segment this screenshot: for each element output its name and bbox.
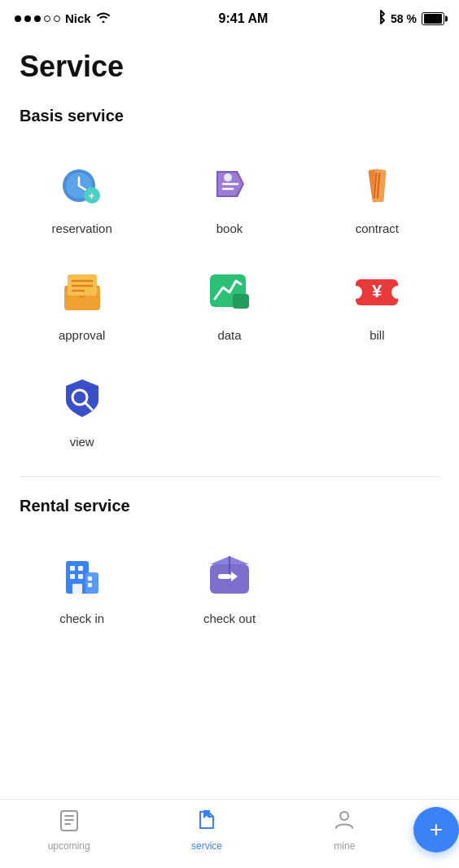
- signal-dots: [15, 15, 60, 22]
- checkin-label: check in: [59, 612, 104, 625]
- rental-service-header: Rental service: [0, 484, 459, 524]
- grid-item-approval[interactable]: approval: [8, 248, 155, 355]
- status-right: 58 %: [376, 10, 444, 27]
- approval-label: approval: [59, 328, 106, 342]
- svg-point-8: [224, 173, 232, 182]
- dot2: [24, 15, 31, 22]
- view-icon-wrap: [53, 368, 111, 427]
- svg-text:+: +: [89, 191, 94, 202]
- reservation-icon: +: [53, 155, 111, 213]
- basis-service-header: Basis service: [0, 94, 459, 134]
- grid-item-checkout[interactable]: check out: [155, 532, 303, 638]
- reservation-icon-wrap: +: [53, 155, 111, 213]
- checkin-icon: [53, 545, 111, 603]
- status-bar: Nick 9:41 AM 58 %: [0, 0, 459, 33]
- data-label: data: [217, 328, 241, 342]
- svg-rect-40: [85, 572, 98, 594]
- rental-service-section: Rental service: [0, 484, 459, 647]
- basis-service-grid: + reservation book: [0, 134, 459, 470]
- basis-service-section: Basis service + reservation: [0, 94, 459, 470]
- svg-text:¥: ¥: [372, 281, 382, 301]
- svg-rect-46: [218, 574, 231, 579]
- nav-label-upcoming: upcoming: [48, 840, 90, 852]
- wifi-icon: [96, 11, 111, 25]
- book-label: book: [216, 221, 243, 235]
- contract-icon: [348, 155, 406, 213]
- contract-icon-wrap: [348, 155, 406, 213]
- svg-rect-24: [233, 294, 249, 309]
- svg-point-52: [340, 812, 348, 820]
- grid-item-contract[interactable]: contract: [304, 142, 451, 248]
- grid-item-data[interactable]: data: [155, 248, 303, 355]
- nav-item-mine[interactable]: mine: [276, 809, 413, 852]
- data-icon: [200, 261, 259, 320]
- dot3: [34, 15, 41, 22]
- checkin-icon-wrap: [53, 545, 111, 603]
- view-icon: [53, 368, 111, 427]
- book-icon: [200, 155, 259, 213]
- dot1: [15, 15, 21, 22]
- checkout-label: check out: [203, 612, 256, 625]
- contract-label: contract: [356, 221, 399, 235]
- carrier-name: Nick: [65, 11, 91, 25]
- battery-icon: [422, 12, 444, 25]
- grid-item-view[interactable]: view: [8, 355, 155, 462]
- bill-label: bill: [369, 328, 384, 342]
- nav-label-mine: mine: [334, 840, 355, 852]
- bill-icon-wrap: ¥: [348, 261, 406, 320]
- bill-icon: ¥: [348, 261, 406, 320]
- bottom-nav: upcoming service mine +: [0, 799, 459, 868]
- nav-item-service[interactable]: service: [138, 809, 275, 852]
- nav-item-upcoming[interactable]: upcoming: [0, 809, 138, 852]
- bluetooth-icon: [376, 10, 386, 27]
- dot5: [54, 15, 60, 22]
- svg-rect-37: [70, 574, 75, 579]
- book-icon-wrap: [200, 155, 259, 213]
- checkout-icon-wrap: [200, 545, 259, 603]
- svg-rect-39: [72, 584, 82, 594]
- grid-item-reservation[interactable]: + reservation: [8, 142, 155, 248]
- data-icon-wrap: [200, 261, 259, 320]
- svg-rect-42: [88, 583, 92, 587]
- svg-rect-48: [61, 811, 77, 831]
- fab-icon: +: [430, 817, 443, 843]
- svg-rect-41: [88, 576, 92, 581]
- checkout-icon: [200, 545, 259, 603]
- mine-icon: [333, 809, 356, 837]
- svg-point-27: [349, 286, 362, 299]
- service-icon: [195, 809, 218, 837]
- svg-rect-35: [70, 566, 75, 571]
- reservation-label: reservation: [52, 221, 112, 235]
- grid-item-checkin[interactable]: check in: [8, 532, 155, 638]
- svg-rect-36: [78, 566, 83, 571]
- rental-service-grid: check in check out: [0, 524, 459, 647]
- battery-percent: 58 %: [391, 12, 417, 25]
- svg-point-28: [391, 286, 404, 299]
- grid-item-book[interactable]: book: [155, 142, 303, 248]
- dot4: [44, 15, 50, 22]
- status-time: 9:41 AM: [219, 11, 269, 26]
- view-label: view: [70, 435, 94, 449]
- nav-label-service: service: [191, 840, 222, 852]
- fab-button[interactable]: +: [413, 807, 459, 853]
- upcoming-icon: [58, 809, 81, 837]
- section-divider: [20, 476, 439, 477]
- svg-rect-38: [78, 574, 83, 579]
- approval-icon: [53, 261, 111, 320]
- approval-icon-wrap: [53, 261, 111, 320]
- page-title: Service: [0, 33, 459, 94]
- grid-item-bill[interactable]: ¥ bill: [304, 248, 451, 355]
- status-left: Nick: [15, 11, 111, 25]
